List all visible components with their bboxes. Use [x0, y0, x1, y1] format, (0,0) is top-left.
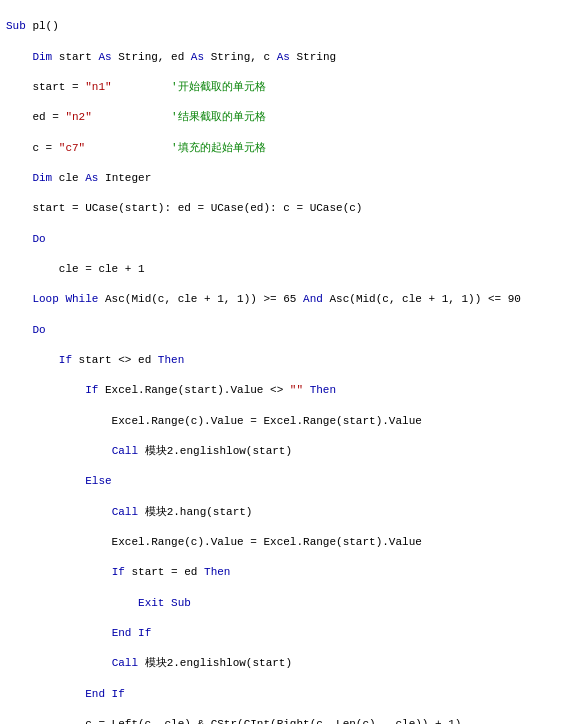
line-6: Dim cle As Integer	[6, 171, 559, 186]
line-18: Excel.Range(c).Value = Excel.Range(start…	[6, 535, 559, 550]
line-5: c = "c7" '填充的起始单元格	[6, 141, 559, 156]
line-23: End If	[6, 687, 559, 702]
line-1: Sub pl()	[6, 19, 559, 34]
line-19: If start = ed Then	[6, 565, 559, 580]
line-10: Loop While Asc(Mid(c, cle + 1, 1)) >= 65…	[6, 292, 559, 307]
line-22: Call 模块2.englishlow(start)	[6, 656, 559, 671]
line-16: Else	[6, 474, 559, 489]
line-13: If Excel.Range(start).Value <> "" Then	[6, 383, 559, 398]
line-9: cle = cle + 1	[6, 262, 559, 277]
code-editor: Sub pl() Dim start As String, ed As Stri…	[0, 0, 565, 724]
line-14: Excel.Range(c).Value = Excel.Range(start…	[6, 414, 559, 429]
line-21: End If	[6, 626, 559, 641]
line-7: start = UCase(start): ed = UCase(ed): c …	[6, 201, 559, 216]
line-20: Exit Sub	[6, 596, 559, 611]
line-4: ed = "n2" '结果截取的单元格	[6, 110, 559, 125]
line-24: c = Left(c, cle) & CStr(CInt(Right(c, Le…	[6, 717, 559, 724]
line-8: Do	[6, 232, 559, 247]
line-15: Call 模块2.englishlow(start)	[6, 444, 559, 459]
line-11: Do	[6, 323, 559, 338]
line-17: Call 模块2.hang(start)	[6, 505, 559, 520]
line-12: If start <> ed Then	[6, 353, 559, 368]
line-2: Dim start As String, ed As String, c As …	[6, 50, 559, 65]
line-3: start = "n1" '开始截取的单元格	[6, 80, 559, 95]
